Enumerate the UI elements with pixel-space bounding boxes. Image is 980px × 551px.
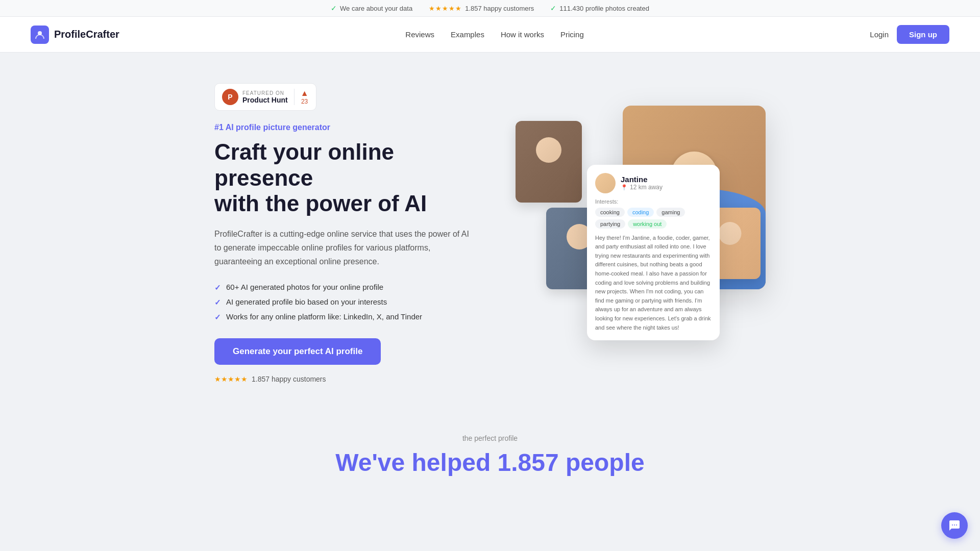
hero-left: P FEATURED ON Product Hunt ▲ 23 #1 AI pr… xyxy=(214,83,475,383)
top-bar: ✓ We care about your data ★★★★★ 1.857 ha… xyxy=(0,0,980,17)
ph-text: FEATURED ON Product Hunt xyxy=(242,90,288,104)
profile-bio: Hey there! I'm Jantine, a foodie, coder,… xyxy=(595,234,712,333)
topbar-data-text: We care about your data xyxy=(340,5,412,12)
navbar: ProfileCrafter Reviews Examples How it w… xyxy=(0,17,980,53)
hero-title-line1: Craft your online presence xyxy=(214,139,394,190)
bottom-title-number: 1.857 people xyxy=(498,449,645,476)
topbar-stars: ★★★★★ xyxy=(429,5,462,12)
logo[interactable]: ProfileCrafter xyxy=(31,26,119,44)
ph-score: ▲ 23 xyxy=(294,89,309,105)
feature-text-3: Works for any online platform like: Link… xyxy=(226,312,422,321)
logo-text: ProfileCrafter xyxy=(54,29,119,40)
signup-button[interactable]: Sign up xyxy=(897,25,949,44)
check-icon-f1: ✓ xyxy=(214,283,221,292)
interests-tags: cooking coding gaming partying working o… xyxy=(595,208,712,229)
profile-location-text: 12 km away xyxy=(630,184,663,191)
nav-examples[interactable]: Examples xyxy=(451,30,484,39)
nav-actions: Login Sign up xyxy=(870,25,949,44)
topbar-item-customers: ★★★★★ 1.857 happy customers xyxy=(429,5,534,12)
check-icon-f3: ✓ xyxy=(214,313,221,322)
bottom-section: the perfect profile We've helped 1.857 p… xyxy=(0,414,980,507)
feature-text-2: AI generated profile bio based on your i… xyxy=(226,297,387,306)
tag-coding: coding xyxy=(627,208,654,217)
bottom-label: the perfect profile xyxy=(31,434,949,442)
topbar-photos-text: 111.430 profile photos created xyxy=(559,5,649,12)
generate-button[interactable]: Generate your perfect AI profile xyxy=(214,338,381,365)
hero-title: Craft your online presence with the powe… xyxy=(214,139,475,217)
feature-item-3: ✓ Works for any online platform like: Li… xyxy=(214,312,475,322)
nav-how-it-works[interactable]: How it works xyxy=(501,30,544,39)
social-text: 1.857 happy customers xyxy=(252,375,326,383)
hero-description: ProfileCrafter is a cutting-edge online … xyxy=(214,227,475,269)
feature-text-1: 60+ AI generated photos for your online … xyxy=(226,283,383,291)
hero-title-line2: with the power of AI xyxy=(214,191,427,216)
hero-section: P FEATURED ON Product Hunt ▲ 23 #1 AI pr… xyxy=(184,83,796,383)
location-icon: 📍 xyxy=(621,184,628,191)
hero-images: Jantine 📍 12 km away Interests: cooking … xyxy=(505,106,766,350)
tag-partying: partying xyxy=(595,219,625,229)
nav-pricing[interactable]: Pricing xyxy=(560,30,584,39)
profile-card: Jantine 📍 12 km away Interests: cooking … xyxy=(587,165,720,341)
tag-working-out: working out xyxy=(628,219,667,229)
ph-circle: P xyxy=(222,89,238,105)
logo-icon xyxy=(31,26,49,44)
login-button[interactable]: Login xyxy=(870,30,889,39)
hero-subtitle: #1 AI profile picture generator xyxy=(214,123,475,132)
feature-list: ✓ 60+ AI generated photos for your onlin… xyxy=(214,283,475,322)
profile-card-header: Jantine 📍 12 km away xyxy=(595,173,712,193)
ph-product-name: Product Hunt xyxy=(242,96,288,104)
interests-label: Interests: xyxy=(595,198,712,205)
nav-links: Reviews Examples How it works Pricing xyxy=(405,30,583,39)
tag-gaming: gaming xyxy=(656,208,685,217)
profile-info: Jantine 📍 12 km away xyxy=(621,175,663,191)
profile-avatar xyxy=(595,173,616,193)
hero-social-proof: ★★★★★ 1.857 happy customers xyxy=(214,375,475,383)
topbar-item-photos: ✓ 111.430 profile photos created xyxy=(550,4,649,12)
hero-right: Jantine 📍 12 km away Interests: cooking … xyxy=(505,106,766,361)
bottom-title: We've helped 1.857 people xyxy=(31,448,949,477)
nav-reviews[interactable]: Reviews xyxy=(405,30,434,39)
social-stars: ★★★★★ xyxy=(214,375,248,383)
feature-item-1: ✓ 60+ AI generated photos for your onlin… xyxy=(214,283,475,292)
topbar-customers-text: 1.857 happy customers xyxy=(465,5,534,12)
bottom-title-before: We've helped xyxy=(335,449,491,476)
check-icon-f2: ✓ xyxy=(214,298,221,307)
profile-location: 📍 12 km away xyxy=(621,184,663,191)
check-icon-2: ✓ xyxy=(550,4,556,12)
ph-arrow-icon: ▲ xyxy=(301,89,309,98)
product-hunt-badge[interactable]: P FEATURED ON Product Hunt ▲ 23 xyxy=(214,83,316,111)
profile-name: Jantine xyxy=(621,175,663,184)
tag-cooking: cooking xyxy=(595,208,625,217)
profile-photo-1 xyxy=(516,121,582,203)
feature-item-2: ✓ AI generated profile bio based on your… xyxy=(214,297,475,307)
ph-featured-text: FEATURED ON xyxy=(242,90,288,96)
topbar-item-data: ✓ We care about your data xyxy=(331,4,412,12)
ph-score-number: 23 xyxy=(301,98,308,105)
check-icon-1: ✓ xyxy=(331,4,337,12)
